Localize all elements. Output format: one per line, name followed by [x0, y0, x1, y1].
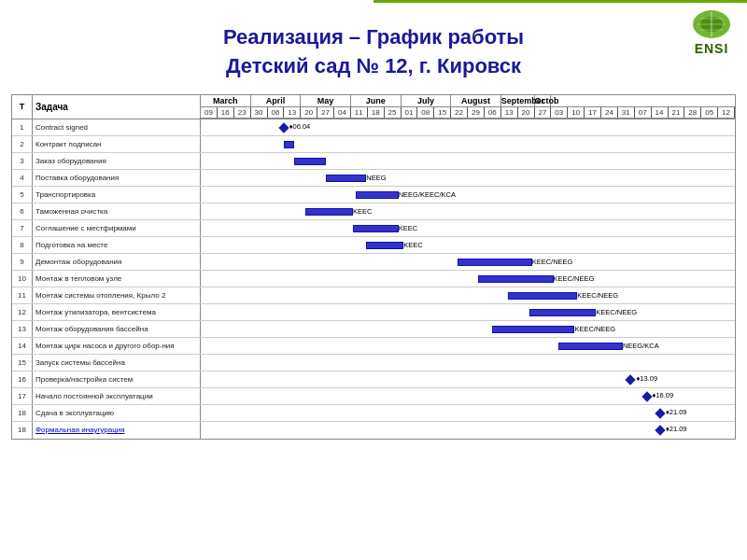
row-task-label: Contract signed [33, 119, 201, 135]
gantt-bar [529, 309, 597, 316]
table-row: 7Соглашение с местфирмамиKEEC [12, 220, 735, 237]
row-task-label: Запуск системы бассейна [33, 355, 201, 371]
col-chart-header: MarchAprilMayJuneJulyAugustSeptemberOcto… [201, 95, 735, 119]
row-chart-area: KEEC/NEEG [201, 321, 735, 337]
date-cell: 10 [568, 107, 585, 118]
row-task-label[interactable]: Формальная инаугурация [33, 422, 201, 439]
row-number: 10 [12, 271, 33, 287]
row-chart-area: KEEC/NEEG [201, 271, 735, 287]
date-cell: 11 [351, 107, 368, 118]
table-row: 4Поставка оборудованияNEEG [12, 170, 735, 187]
gantt-bar-label: NEEG [366, 174, 386, 182]
row-task-label: Контракт подписан [33, 136, 201, 152]
row-number: 1 [12, 119, 33, 135]
row-number: 18 [12, 422, 33, 439]
gantt-milestone-label: ♦06.04 [289, 122, 311, 131]
col-t-header: Т [12, 95, 33, 119]
row-number: 13 [12, 321, 33, 337]
date-cell: 16 [218, 107, 234, 118]
row-number: 15 [12, 355, 33, 371]
gantt-bar [492, 326, 575, 333]
row-task-label: Монтаж утилизатора, вентсистема [33, 304, 201, 320]
gantt-milestone-diamond [278, 122, 289, 133]
table-row: 11Монтаж системы отопления, Крыло 2KEEC/… [12, 287, 735, 304]
row-chart-area: KEEC [201, 203, 735, 219]
row-number: 4 [12, 170, 33, 186]
table-row: 3Заказ оборудования [12, 153, 735, 170]
row-task-label: Транспортировка [33, 187, 201, 203]
row-chart-area [201, 153, 735, 169]
gantt-milestone-diamond [641, 391, 652, 401]
table-row: 16Проверка/настройка систем♦13.09 [12, 371, 735, 388]
row-task-label: Монтаж оборудования бассейна [33, 321, 201, 337]
month-cell: May [301, 95, 351, 106]
row-chart-area: NEEG/KCA [201, 338, 735, 354]
row-task-label: Заказ оборудования [33, 153, 201, 169]
month-cell: September [501, 95, 535, 106]
row-chart-area: KEEC/NEEG [201, 254, 735, 270]
month-row: MarchAprilMayJuneJulyAugustSeptemberOcto… [201, 95, 735, 107]
month-cell: August [451, 95, 501, 106]
gantt-bar-label: KEEC/NEEG [596, 308, 637, 316]
gantt-milestone-diamond [655, 408, 665, 418]
gantt-bar-label: KEEC [353, 207, 372, 216]
table-row: 18Сдача в эксплуатацию♦21.09 [12, 405, 735, 422]
gantt-bar-label: KEEC/NEEG [577, 291, 618, 300]
date-cell: 23 [234, 107, 251, 118]
date-cell: 13 [284, 107, 301, 118]
row-chart-area: ♦06.04 [201, 119, 735, 135]
month-cell: April [251, 95, 302, 106]
row-number: 16 [12, 371, 33, 387]
gantt-milestone-label: ♦21.09 [666, 425, 687, 433]
month-cell: March [201, 95, 251, 106]
row-task-label: Монтаж цирк насоса и другого обор-ния [33, 338, 201, 354]
row-task-label: Сдача в эксплуатацию [33, 405, 201, 421]
table-row: 14Монтаж цирк насоса и другого обор-нияN… [12, 338, 735, 355]
row-chart-area: KEEC [201, 220, 735, 236]
date-cell: 07 [635, 107, 652, 118]
date-cell: 20 [518, 107, 535, 118]
date-cell: 24 [601, 107, 618, 118]
date-cell: 08 [417, 107, 434, 118]
gantt-bar-label: KEEC/NEEG [574, 325, 615, 333]
page-header: Реализация – График работы Детский сад №… [0, 7, 747, 91]
date-cell: 14 [652, 107, 669, 118]
month-cell: July [402, 95, 452, 106]
table-row: 18Формальная инаугурация♦21.09 [12, 422, 735, 439]
row-number: 7 [12, 220, 33, 236]
gantt-bar [478, 275, 553, 283]
gantt-bar [366, 242, 403, 249]
date-cell: 25 [385, 107, 402, 118]
row-task-label: Соглашение с местфирмами [33, 220, 201, 236]
date-cell: 21 [669, 107, 685, 118]
gantt-bar [356, 191, 399, 199]
date-cell: 27 [317, 107, 334, 118]
date-cell: 20 [301, 107, 317, 118]
gantt-milestone-diamond [626, 374, 636, 385]
gantt-bar [508, 292, 577, 300]
gantt-header: Т Задача MarchAprilMayJuneJulyAugustSept… [12, 95, 735, 119]
gantt-bar [294, 158, 326, 165]
date-cell: 15 [434, 107, 451, 118]
date-cell: 09 [201, 107, 218, 118]
gantt-bar-label: NEEG/KEEC/KCA [399, 190, 456, 199]
accent-line [0, 0, 747, 3]
table-row: 9Демонтаж оборудованияKEEC/NEEG [12, 254, 735, 271]
gantt-bar-label: NEEG/KCA [623, 342, 659, 350]
row-task-label: Монтаж в тепловом узле [33, 271, 201, 287]
row-task-label: Подготовка на месте [33, 237, 201, 253]
table-row: 17Начало постоянной эксплуатации♦16.09 [12, 388, 735, 405]
row-chart-area: NEEG/KEEC/KCA [201, 187, 735, 203]
row-task-label: Демонтаж оборудования [33, 254, 201, 270]
gantt-bar-label: KEEC [403, 241, 422, 249]
date-row: 0916233006132027041118250108152229061320… [201, 107, 735, 119]
row-chart-area [201, 355, 735, 371]
row-number: 5 [12, 187, 33, 203]
gantt-bar [305, 208, 353, 216]
row-task-label: Проверка/настройка систем [33, 371, 201, 387]
gantt-bar-label: KEEC [399, 224, 417, 232]
gantt-milestone-diamond [655, 425, 665, 435]
row-task-label: Начало постоянной эксплуатации [33, 388, 201, 404]
gantt-bar [326, 175, 366, 182]
date-cell: 03 [551, 107, 568, 118]
